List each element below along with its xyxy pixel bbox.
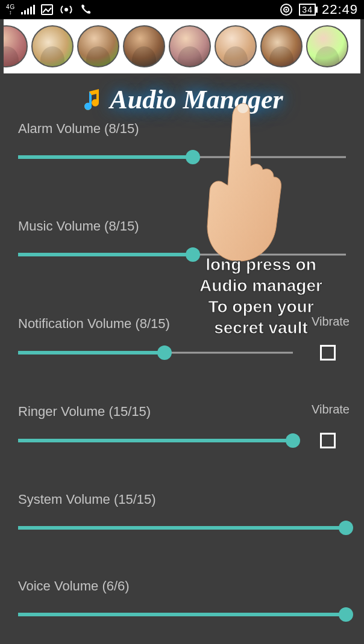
status-right: 34 22:49 xyxy=(280,2,358,17)
battery-level: 34 xyxy=(302,5,313,14)
ringer-vibrate-checkbox[interactable] xyxy=(320,433,336,448)
network-arrows-icon: ↕ xyxy=(9,10,13,15)
system-volume-block: System Volume (15/15) xyxy=(18,492,346,535)
app-title-button[interactable]: Audio Manager xyxy=(75,84,289,115)
avatar[interactable] xyxy=(306,25,348,67)
signal-icon xyxy=(21,5,35,14)
voice-volume-label: Voice Volume (6/6) xyxy=(18,578,346,594)
alarm-volume-block: Alarm Volume (8/15) xyxy=(18,121,346,164)
svg-point-1 xyxy=(64,8,68,11)
ringer-volume-slider[interactable] xyxy=(18,433,293,448)
svg-point-4 xyxy=(286,9,287,11)
app-title-text: Audio Manager xyxy=(110,84,283,115)
avatar[interactable] xyxy=(4,25,28,67)
music-volume-label: Music Volume (8/15) xyxy=(18,218,346,234)
battery-icon: 34 xyxy=(299,4,316,16)
clock: 22:49 xyxy=(322,2,358,17)
ringer-vibrate-label: Vibrate xyxy=(312,403,350,416)
status-left: 4G ↕ xyxy=(6,4,92,16)
avatar[interactable] xyxy=(31,25,74,67)
notification-volume-block: Notification Volume (8/15) Vibrate xyxy=(18,316,346,361)
app-title-area: Audio Manager xyxy=(0,84,364,115)
avatar[interactable] xyxy=(123,25,165,67)
notification-volume-label: Notification Volume (8/15) xyxy=(18,316,346,332)
voice-volume-block: Voice Volume (6/6) xyxy=(18,578,346,622)
network-type: 4G ↕ xyxy=(6,4,15,15)
cast-icon xyxy=(280,3,293,16)
avatar[interactable] xyxy=(77,25,119,67)
alarm-volume-label: Alarm Volume (8/15) xyxy=(18,121,346,137)
volume-list: Alarm Volume (8/15) Music Volume (8/15) … xyxy=(0,121,364,622)
music-note-icon xyxy=(81,88,105,112)
alarm-volume-slider[interactable] xyxy=(18,150,346,164)
hotspot-icon xyxy=(59,4,74,15)
system-volume-slider[interactable] xyxy=(18,521,346,535)
music-volume-slider[interactable] xyxy=(18,247,346,262)
notification-vibrate-checkbox[interactable] xyxy=(320,345,336,361)
avatar-strip[interactable] xyxy=(4,19,360,73)
music-volume-block: Music Volume (8/15) xyxy=(18,218,346,262)
ringer-volume-label: Ringer Volume (15/15) xyxy=(18,404,346,420)
image-icon xyxy=(41,4,53,15)
notification-volume-slider[interactable] xyxy=(18,345,293,360)
notification-vibrate-label: Vibrate xyxy=(312,315,350,329)
avatar[interactable] xyxy=(260,25,303,67)
ringer-volume-block: Ringer Volume (15/15) Vibrate xyxy=(18,404,346,448)
call-icon xyxy=(80,4,92,16)
avatar[interactable] xyxy=(215,25,257,67)
status-bar: 4G ↕ 34 22:49 xyxy=(0,0,364,19)
system-volume-label: System Volume (15/15) xyxy=(18,492,346,507)
voice-volume-slider[interactable] xyxy=(18,607,346,622)
avatar[interactable] xyxy=(169,25,211,67)
